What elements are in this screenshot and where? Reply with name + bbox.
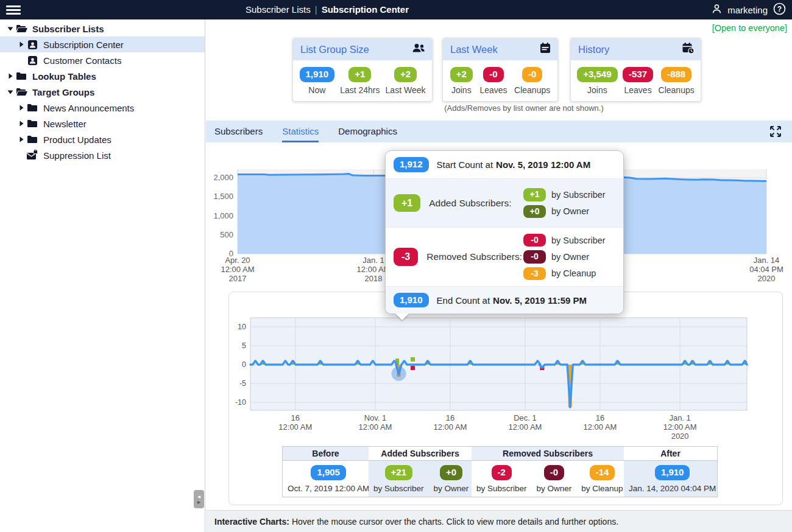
- hovered-data-point[interactable]: [392, 366, 406, 381]
- sidebar-item-newsletter[interactable]: Newsletter: [0, 116, 205, 131]
- summary-group-header: Added Subscribers: [369, 447, 472, 461]
- svg-text:12:00 AM: 12:00 AM: [508, 422, 542, 432]
- sidebar-item-suppression-list[interactable]: Suppression List: [0, 147, 205, 163]
- stat-value-badge: -537: [623, 67, 653, 82]
- sidebar-item-lookup-tables[interactable]: Lookup Tables: [0, 68, 205, 84]
- tab-demographics[interactable]: Demographics: [338, 121, 397, 142]
- svg-text:2,000: 2,000: [213, 173, 233, 182]
- folder-icon: [26, 119, 39, 128]
- svg-text:04:04 PM: 04:04 PM: [749, 265, 783, 274]
- svg-text:12:00 AM: 12:00 AM: [359, 422, 392, 432]
- summary-group-header: Removed Subscribers: [472, 447, 624, 461]
- top-navbar: Subscriber Lists|Subscription Center mar…: [0, 0, 792, 19]
- stat-value-badge: -888: [661, 67, 691, 82]
- breadcrumb-section: Subscriber Lists: [246, 4, 311, 15]
- stat-label: Joins: [587, 85, 607, 95]
- svg-text:Apr. 20: Apr. 20: [225, 256, 250, 265]
- svg-text:12:00 AM: 12:00 AM: [663, 422, 697, 432]
- user-menu[interactable]: marketing: [727, 5, 768, 15]
- svg-text:16: 16: [596, 413, 604, 422]
- summary-cell-by-cleanup: -14by Cleanup: [576, 461, 628, 497]
- sidebar-item-subscription-center[interactable]: Subscription Center: [0, 37, 205, 52]
- caret-down-icon[interactable]: [6, 26, 15, 32]
- people-icon: [411, 43, 426, 56]
- svg-text:5: 5: [242, 341, 246, 350]
- sidebar-item-news-announcements[interactable]: News Announcements: [0, 100, 205, 116]
- breakdown-by-cleanup: -3by Cleanup: [523, 267, 615, 280]
- stat-now: 1,910Now: [300, 67, 335, 95]
- contact-card-icon: [26, 40, 39, 50]
- stat-value-badge: +2: [394, 67, 417, 82]
- stat-value-badge: +2: [450, 67, 473, 82]
- folder-open-icon: [15, 87, 28, 97]
- chart-tooltip: 1,912 Start Count atNov. 5, 2019 12:00 A…: [385, 150, 624, 314]
- svg-text:2018: 2018: [365, 274, 383, 283]
- caret-right-icon[interactable]: [17, 41, 26, 47]
- stat-value-badge: -0: [522, 67, 542, 82]
- tooltip-removed-row: -3 Removed Subscribers: -0by Subscriber-…: [386, 228, 623, 287]
- contact-card-icon: [26, 55, 39, 66]
- summary-cell-by-owner: +0by Owner: [429, 461, 474, 497]
- stat-value-badge: -0: [483, 67, 503, 82]
- caret-right-icon[interactable]: [17, 136, 26, 142]
- tooltip-end-row: 1,910 End Count atNov. 5, 2019 11:59 PM: [386, 287, 623, 313]
- sidebar-item-subscriber-lists[interactable]: Subscriber Lists: [0, 21, 205, 37]
- help-icon[interactable]: ?: [773, 2, 786, 17]
- svg-text:2020: 2020: [758, 274, 776, 283]
- sidebar-item-customer-contacts[interactable]: Customer Contacts: [0, 52, 205, 68]
- svg-text:Dec. 1: Dec. 1: [514, 413, 537, 422]
- daily-changes-panel: 1050-5-101612:00 AMNov. 112:00 AM1612:00…: [228, 292, 783, 505]
- summary-group-header: After: [624, 447, 717, 461]
- stat-label: Cleanups: [514, 85, 550, 95]
- stat-label: Last Week: [386, 85, 426, 95]
- svg-text:12:00 AM: 12:00 AM: [583, 422, 617, 432]
- user-icon: [712, 4, 722, 16]
- mail-lock-icon: [26, 150, 39, 161]
- stat-last-24hrs: +1Last 24hrs: [340, 67, 380, 95]
- breakdown-by-owner: -0by Owner: [523, 250, 615, 263]
- summary-group-header: Before: [283, 447, 369, 461]
- sidebar-collapse-handle[interactable]: ◂▸: [194, 490, 204, 508]
- card-title: Last Week: [450, 44, 539, 55]
- svg-text:-10: -10: [235, 398, 246, 407]
- tooltip-start-row: 1,912 Start Count atNov. 5, 2019 12:00 A…: [386, 151, 623, 179]
- caret-right-icon[interactable]: [17, 105, 26, 111]
- stat-last-week: +2Last Week: [386, 67, 426, 95]
- caret-down-icon[interactable]: [6, 89, 15, 95]
- breakdown-by-subscriber: +1by Subscriber: [523, 188, 615, 201]
- tab-statistics[interactable]: Statistics: [282, 121, 319, 142]
- folder-icon: [26, 103, 39, 113]
- caret-right-icon[interactable]: [6, 73, 15, 79]
- tab-bar: Subscribers Statistics Demographics: [206, 121, 792, 142]
- sidebar-item-target-groups[interactable]: Target Groups: [0, 84, 205, 100]
- period-summary-table: Before1,905Oct. 7, 2019 12:00 AMAdded Su…: [282, 446, 718, 497]
- stat-cleanups: -0Cleanups: [514, 67, 550, 95]
- sidebar-tree: Subscriber ListsSubscription CenterCusto…: [0, 19, 205, 532]
- svg-text:1,500: 1,500: [213, 192, 233, 201]
- stat-value-badge: 1,910: [300, 67, 335, 82]
- stat-leaves: -0Leaves: [479, 67, 507, 95]
- daily-changes-line-chart[interactable]: 1050-5-101612:00 AMNov. 112:00 AM1612:00…: [229, 292, 782, 441]
- fullscreen-icon[interactable]: [769, 125, 782, 138]
- stat-joins: +2Joins: [450, 67, 473, 95]
- stat-label: Leaves: [479, 85, 507, 95]
- hamburger-menu-icon[interactable]: [6, 4, 21, 16]
- added-total-badge: +1: [394, 194, 420, 212]
- calendar-clock-icon: [682, 42, 695, 57]
- summary-group-added-subscribers: Added Subscribers+21by Subscriber+0by Ow…: [369, 447, 472, 497]
- svg-text:16: 16: [446, 413, 454, 422]
- svg-text:12:00 AM: 12:00 AM: [221, 265, 255, 274]
- caret-right-icon[interactable]: [17, 121, 26, 127]
- summary-cell-jan-14-2020-04-04-pm: 1,910Jan. 14, 2020 04:04 PM: [624, 461, 721, 497]
- svg-text:-5: -5: [239, 379, 246, 388]
- stat-label: Now: [308, 85, 325, 95]
- tab-subscribers[interactable]: Subscribers: [214, 121, 263, 142]
- svg-text:?: ?: [777, 5, 782, 13]
- sidebar-item-product-updates[interactable]: Product Updates: [0, 131, 205, 147]
- folder-icon: [15, 71, 28, 81]
- stat-cleanups: -888Cleanups: [659, 67, 695, 95]
- summary-cell-by-owner: -0by Owner: [532, 461, 577, 497]
- svg-text:Jan. 14: Jan. 14: [754, 256, 780, 265]
- stat-leaves: -537Leaves: [623, 67, 653, 95]
- end-count-badge: 1,910: [394, 293, 429, 308]
